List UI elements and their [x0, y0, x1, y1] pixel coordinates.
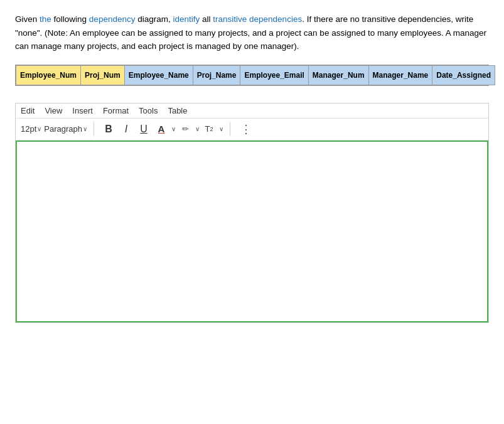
col-proj-num: Proj_Num [81, 65, 125, 85]
bold-button[interactable]: B [100, 121, 117, 137]
paragraph-selector[interactable]: Paragraph ∨ [44, 124, 87, 134]
col-proj-name: Proj_Name [193, 65, 240, 85]
col-employee-num: Employee_Num [16, 65, 81, 85]
menu-tools[interactable]: Tools [139, 106, 158, 115]
paragraph-label: Paragraph [44, 124, 82, 134]
menu-insert[interactable]: Insert [72, 106, 93, 115]
superscript-button[interactable]: T2 [201, 121, 217, 137]
font-size-value: 12pt [21, 124, 36, 134]
menu-table[interactable]: Table [168, 106, 187, 115]
more-options-button[interactable]: ⋮ [240, 122, 252, 136]
text-color-chevron[interactable]: ∨ [171, 125, 176, 132]
highlight-chevron[interactable]: ∨ [195, 125, 200, 132]
underline-button[interactable]: U [136, 121, 152, 137]
menu-view[interactable]: View [45, 106, 62, 115]
col-employee-email: Employee_Email [240, 65, 308, 85]
menu-format[interactable]: Format [103, 106, 129, 115]
menu-edit[interactable]: Edit [21, 106, 35, 115]
font-size-chevron: ∨ [37, 125, 41, 132]
font-size-selector[interactable]: 12pt ∨ [21, 124, 41, 134]
col-manager-num: Manager_Num [308, 65, 368, 85]
col-employee-name: Employee_Name [124, 65, 193, 85]
text-color-group: A ∨ [153, 121, 176, 137]
text-color-button[interactable]: A [153, 121, 169, 137]
page-container: Given the following dependency diagram, … [0, 0, 504, 323]
italic-button[interactable]: I [118, 121, 134, 137]
highlight-identify: identify [173, 14, 200, 24]
highlight-group: ✏ ∨ [177, 121, 200, 137]
highlight-dependencies: dependencies [249, 14, 302, 24]
dependency-table: Employee_Num Proj_Num Employee_Name Proj… [16, 65, 495, 85]
question-text: Given the following dependency diagram, … [15, 13, 489, 53]
editor-content-area[interactable] [16, 140, 488, 322]
paragraph-chevron: ∨ [83, 125, 87, 132]
col-date-assigned: Date_Assigned [432, 65, 495, 85]
dependency-table-wrapper: Employee_Num Proj_Num Employee_Name Proj… [15, 65, 489, 86]
editor-container: Edit View Insert Format Tools Table 12pt… [15, 103, 489, 323]
superscript-chevron[interactable]: ∨ [219, 125, 223, 132]
highlight-button[interactable]: ✏ [177, 121, 193, 137]
table-row: Employee_Num Proj_Num Employee_Name Proj… [16, 65, 495, 85]
toolbar-divider-1 [94, 122, 94, 136]
col-manager-name: Manager_Name [368, 65, 432, 85]
superscript-group: T2 ∨ [201, 121, 223, 137]
highlight-dependency: dependency [89, 14, 136, 24]
editor-toolbar: 12pt ∨ Paragraph ∨ B I U A ∨ ✏ ∨ [16, 119, 488, 140]
formatting-buttons: B I U A ∨ ✏ ∨ T2 ∨ [100, 121, 223, 137]
highlight-transitive: transitive [213, 14, 247, 24]
editor-menubar: Edit View Insert Format Tools Table [16, 103, 488, 119]
toolbar-divider-2 [230, 122, 230, 136]
highlight-the: the [40, 14, 51, 24]
